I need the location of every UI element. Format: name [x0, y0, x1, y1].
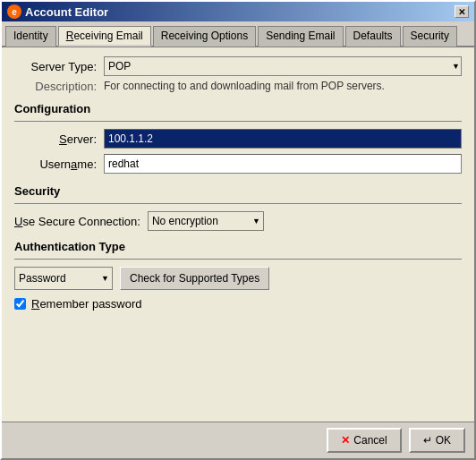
auth-title: Authentication Type — [14, 240, 462, 253]
configuration-divider — [14, 121, 462, 122]
remember-password-label: Remember password — [31, 297, 142, 311]
tabs-row: Identity Receiving Email Receiving Optio… — [2, 21, 474, 47]
description-label: Description: — [14, 80, 104, 93]
security-divider — [14, 203, 462, 204]
cancel-label: Cancel — [353, 434, 387, 447]
tab-identity[interactable]: Identity — [5, 26, 56, 47]
server-type-select-wrapper: POP IMAP Local — [104, 56, 462, 76]
app-icon: e — [7, 4, 21, 19]
use-secure-row: Use Secure Connection: No encryption SSL… — [14, 211, 462, 231]
auth-type-row: Password Plain GSSAPI NTLM Digest MD5 Ch… — [14, 267, 462, 290]
tab-identity-label: Identity — [13, 30, 48, 42]
check-button-label: Check for Supported Types — [130, 272, 259, 285]
tab-sending-email[interactable]: Sending Email — [258, 26, 343, 47]
cancel-button[interactable]: ✕ Cancel — [327, 428, 401, 453]
server-input[interactable] — [104, 129, 462, 149]
auth-type-select[interactable]: Password Plain GSSAPI NTLM Digest MD5 — [14, 267, 113, 290]
server-row: Server: — [14, 129, 462, 149]
cancel-icon: ✕ — [341, 434, 350, 447]
description-row: Description: For connecting to and downl… — [14, 80, 462, 93]
secure-select-wrapper: No encryption SSL/TLS STARTTLS — [148, 211, 264, 231]
security-title: Security — [14, 184, 462, 198]
bottom-bar: ✕ Cancel ↵ OK — [2, 422, 474, 458]
main-content: Server Type: POP IMAP Local Description:… — [2, 47, 474, 422]
tab-receiving-email[interactable]: Receiving Email — [58, 26, 151, 47]
check-supported-types-button[interactable]: Check for Supported Types — [120, 267, 269, 290]
tab-receiving-options[interactable]: Receiving Options — [153, 26, 256, 47]
server-label: Server: — [14, 132, 104, 146]
use-secure-label: Use Secure Connection: — [14, 215, 140, 228]
tab-receiving-email-label: Receiving Email — [66, 30, 143, 42]
title-bar-left: e Account Editor — [7, 4, 108, 19]
tab-security-label: Security — [411, 30, 449, 42]
ok-label: OK — [436, 434, 451, 447]
ok-icon: ↵ — [423, 434, 432, 447]
username-row: Username: — [14, 154, 462, 174]
remember-password-checkbox[interactable] — [14, 298, 26, 310]
auth-divider — [14, 259, 462, 260]
tab-receiving-options-label: Receiving Options — [161, 30, 248, 42]
server-type-label: Server Type: — [14, 60, 104, 73]
title-bar: e Account Editor ✕ — [2, 2, 474, 21]
username-input[interactable] — [104, 154, 462, 174]
tab-defaults-label: Defaults — [353, 30, 393, 42]
tab-defaults[interactable]: Defaults — [345, 26, 401, 47]
close-button[interactable]: ✕ — [455, 5, 469, 18]
configuration-title: Configuration — [14, 102, 462, 115]
server-type-select[interactable]: POP IMAP Local — [104, 56, 462, 76]
ok-button[interactable]: ↵ OK — [409, 428, 465, 453]
window-title: Account Editor — [25, 5, 108, 19]
username-label: Username: — [14, 158, 104, 171]
secure-connection-select[interactable]: No encryption SSL/TLS STARTTLS — [148, 211, 264, 231]
description-text: For connecting to and downloading mail f… — [104, 80, 385, 92]
account-editor-window: e Account Editor ✕ Identity Receiving Em… — [0, 0, 476, 460]
auth-select-wrapper: Password Plain GSSAPI NTLM Digest MD5 — [14, 267, 113, 290]
tab-sending-email-label: Sending Email — [266, 30, 335, 42]
remember-password-row: Remember password — [14, 297, 462, 311]
tab-security[interactable]: Security — [403, 26, 457, 47]
server-type-row: Server Type: POP IMAP Local — [14, 56, 462, 76]
